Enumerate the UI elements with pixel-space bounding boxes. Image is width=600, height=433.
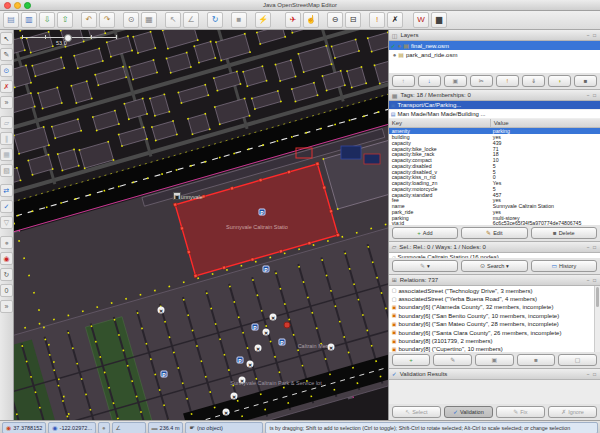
relation-row[interactable]: ▢ associatedStreet ("Technology Drive", …	[389, 287, 600, 295]
layer-delete-button[interactable]: ■	[574, 75, 597, 87]
selection-tool-icon[interactable]: ↖	[165, 12, 181, 28]
panel-window-controls[interactable]: − □	[587, 32, 597, 38]
open-file-icon[interactable]: ▥	[21, 12, 37, 28]
relations-scrollbar[interactable]	[594, 286, 600, 352]
selection-item[interactable]: ▱ Sunnyvale Caltrain Station (16 nodes)	[389, 253, 600, 258]
relation-row[interactable]: ▣ boundary[6] ("San Benito County", 10 m…	[389, 312, 600, 320]
edit-tag-button[interactable]: ✎ Edit	[461, 227, 527, 239]
relation-row[interactable]: ▣ boundary[8] (3101739, 2 members)	[389, 337, 600, 345]
car-icon[interactable]: ⊖	[327, 12, 343, 28]
relation-type-icon: ▣	[392, 347, 397, 352]
longitude-field[interactable]: ◉ -122.02972...	[48, 422, 96, 433]
new-relation-button[interactable]: +	[392, 354, 431, 366]
histogram-icon[interactable]: ▆	[431, 12, 447, 28]
relation-row[interactable]: ▣ boundary[6] ("Alameda County", 32 memb…	[389, 303, 600, 311]
validation-ignore-button[interactable]: ✗ Ignore	[548, 406, 597, 418]
layer-cut-button[interactable]: ✂	[470, 75, 493, 87]
download-data-icon[interactable]: ⇩	[39, 12, 55, 28]
new-layer-icon[interactable]: ▤	[3, 12, 19, 28]
object-field: ☛ (no object)	[185, 422, 263, 433]
pedestrian-icon[interactable]: ⚡	[255, 12, 271, 28]
validation-results-list[interactable]	[389, 380, 600, 404]
airplane-icon[interactable]: ✈	[285, 12, 301, 28]
select-relation-button[interactable]: ▢	[558, 354, 597, 366]
extrude-tool-icon[interactable]: ▱	[0, 116, 13, 129]
validation-panel-icon: ✓	[392, 370, 397, 377]
value-column-header[interactable]: Value	[491, 119, 512, 127]
panel-window-controls[interactable]: − □	[587, 244, 597, 250]
relation-type-icon: ▢	[392, 297, 397, 302]
preset-link[interactable]: ▣ Transport/Car/Parking...	[389, 101, 600, 110]
warning-small-icon[interactable]: ▽	[0, 216, 13, 229]
status-bar: ◉ 37.3788152 ◉ -122.02972... ● ∠ ▬ 236.4…	[0, 420, 600, 433]
pin-icon[interactable]: ◉	[0, 252, 13, 265]
align-tool-icon[interactable]: ▦	[0, 148, 13, 161]
zoom-tool-icon[interactable]: ⊙	[0, 64, 13, 77]
hand-icon[interactable]: ☝	[303, 12, 319, 28]
latitude-icon: ◉	[6, 425, 11, 431]
relation-row[interactable]: ▣ boundary[6] ("San Mateo County", 28 me…	[389, 320, 600, 328]
redo-icon[interactable]: ↷	[99, 12, 115, 28]
preferences-icon[interactable]: ▦	[141, 12, 157, 28]
rotate-icon[interactable]: ↻	[0, 268, 13, 281]
delete-tool-icon[interactable]: ✗	[0, 80, 13, 93]
preset-link[interactable]: ▤ Man Made/Man Made/Building ...	[389, 110, 600, 119]
expand-icon[interactable]: »	[0, 300, 13, 313]
layer-visibility-icon[interactable]: ●	[393, 52, 397, 58]
window-title: Java OpenStreetMap Editor	[0, 2, 600, 8]
final_new.osm[interactable]: ✓ ● ▤ final_new.osm	[389, 41, 600, 50]
park_and_ride.osm[interactable]: ● ▤ park_and_ride.osm	[389, 50, 600, 59]
panel-window-controls[interactable]: − □	[587, 277, 597, 283]
wikipedia-icon[interactable]: W	[413, 12, 429, 28]
delete-relation-button[interactable]: ■	[517, 354, 556, 366]
key-column-header[interactable]: Key	[389, 119, 491, 127]
split-icon[interactable]: ⇄	[0, 184, 13, 197]
add-tag-button[interactable]: + Add	[392, 227, 458, 239]
layer-visibility-icon[interactable]: ●	[398, 43, 402, 49]
josm-window: Java OpenStreetMap Editor ▤▥⇩⇧↶↷⊙▦↖∠↻■⚡✈…	[0, 0, 600, 433]
relations-panel-icon: ⊞	[392, 276, 397, 283]
layer-opacity-button[interactable]: ◑	[548, 75, 571, 87]
parallel-tool-icon[interactable]: ∥	[0, 132, 13, 145]
grab-icon[interactable]: ●	[0, 236, 13, 249]
delete-tag-button[interactable]: ■ Delete	[531, 227, 597, 239]
relation-row[interactable]: ▢ associatedStreet ("Yerba Buena Road", …	[389, 295, 600, 303]
panel-window-controls[interactable]: − □	[587, 371, 597, 377]
layer-conflict-button[interactable]: !	[496, 75, 519, 87]
search-button[interactable]: ⊙ Search ▾	[461, 260, 527, 272]
layer-name: final_new.osm	[411, 43, 449, 49]
layer-duplicate-button[interactable]: ▣	[444, 75, 467, 87]
undo-icon[interactable]: ↶	[81, 12, 97, 28]
upload-data-icon[interactable]: ⇧	[57, 12, 73, 28]
selection-menu-button[interactable]: ✎ ▾	[392, 260, 458, 272]
measure-icon[interactable]: ∠	[183, 12, 199, 28]
history-button[interactable]: ▭ History	[531, 260, 597, 272]
map-canvas[interactable]: 53.0 SunnyvaleSunnyvale Caltrain StatioC…	[14, 30, 388, 420]
layer-merge-button[interactable]: ⇓	[522, 75, 545, 87]
relation-type-icon: ▢	[392, 288, 397, 293]
close-x-icon[interactable]: ✗	[387, 12, 403, 28]
layer-type-icon: ▤	[398, 52, 404, 58]
check-icon[interactable]: ✓	[0, 200, 13, 213]
validation-select-button[interactable]: ↖ Select	[392, 406, 441, 418]
improve-accuracy-icon[interactable]: ▧	[0, 164, 13, 177]
layer-down-button[interactable]: ↓	[418, 75, 441, 87]
select-tool-icon[interactable]: ↖	[0, 32, 13, 45]
zero-icon[interactable]: 0	[0, 284, 13, 297]
latitude-field[interactable]: ◉ 37.3788152	[2, 422, 46, 433]
relation-row[interactable]: ▣ boundary[6] ("Santa Clara County", 26 …	[389, 328, 600, 336]
block-icon[interactable]: ■	[231, 12, 247, 28]
warning-icon[interactable]: !	[369, 12, 385, 28]
relation-row[interactable]: ▣ boundary[8] ("Cupertino", 10 members)	[389, 345, 600, 351]
validation-fix-button[interactable]: ✎ Fix	[496, 406, 545, 418]
transit-icon[interactable]: ⊟	[345, 12, 361, 28]
panel-window-controls[interactable]: − □	[587, 92, 597, 98]
zoom-dialog-icon[interactable]: ⊙	[123, 12, 139, 28]
sync-icon[interactable]: ↻	[207, 12, 223, 28]
edit-relation-button[interactable]: ✎	[433, 354, 472, 366]
layer-up-button[interactable]: ↑	[392, 75, 415, 87]
draw-tool-icon[interactable]: ✎	[0, 48, 13, 61]
validation-run-button[interactable]: ✓ Validation	[444, 406, 493, 418]
duplicate-relation-button[interactable]: ▣	[475, 354, 514, 366]
more-tools-icon[interactable]: »	[0, 96, 13, 109]
